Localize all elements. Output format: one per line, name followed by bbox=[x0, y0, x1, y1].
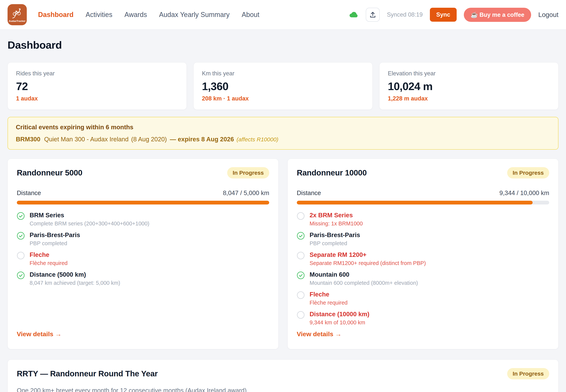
upload-button[interactable] bbox=[366, 8, 380, 22]
progress-track bbox=[297, 201, 549, 205]
bicycle-road-icon bbox=[11, 7, 24, 19]
status-badge: In Progress bbox=[507, 368, 549, 379]
item-subtitle: PBP completed bbox=[29, 240, 80, 247]
critical-events-banner: Critical events expiring within 6 months… bbox=[8, 117, 558, 150]
app-logo[interactable]: AudaxTracker bbox=[8, 4, 27, 25]
check-circle-icon bbox=[17, 271, 25, 279]
item-title: 2x BRM Series bbox=[310, 212, 353, 219]
header-actions: Synced 08:19 Sync ☕ Buy me a coffee Logo… bbox=[349, 8, 558, 22]
item-subtitle: Missing: 1x BRM1000 bbox=[310, 221, 363, 227]
nav-about[interactable]: About bbox=[242, 11, 259, 19]
list-item: Distance (10000 km)9,344 km of 10,000 km bbox=[297, 311, 549, 326]
item-subtitle: Complete BRM series (200+300+400+600+100… bbox=[29, 221, 149, 227]
empty-circle-icon bbox=[297, 212, 305, 220]
stat-label: Rides this year bbox=[16, 70, 178, 77]
rrty-card: RRTY — Randonneur Round The Year In Prog… bbox=[8, 360, 558, 392]
rrty-header: RRTY — Randonneur Round The Year In Prog… bbox=[17, 368, 549, 379]
list-item: Separate RM 1200+Separate RM1200+ requir… bbox=[297, 251, 549, 266]
award-card-randonneur-5000: Randonneur 5000 In Progress Distance 8,0… bbox=[8, 159, 279, 349]
item-subtitle: 9,344 km of 10,000 km bbox=[310, 320, 369, 326]
item-subtitle: Separate RM1200+ required (distinct from… bbox=[310, 260, 426, 266]
banner-event-line: BRM300Quiet Man 300 - Audax Ireland(8 Au… bbox=[16, 136, 550, 143]
event-expiry: — expires 8 Aug 2026 bbox=[170, 136, 234, 143]
check-circle-icon bbox=[297, 232, 305, 240]
item-title: BRM Series bbox=[29, 212, 64, 219]
progress-track bbox=[17, 201, 269, 205]
item-title: Distance (10000 km) bbox=[310, 311, 369, 318]
view-details-link[interactable]: View details → bbox=[17, 330, 61, 338]
item-subtitle: Mountain 600 completed (8000m+ elevation… bbox=[310, 280, 418, 286]
stat-label: Km this year bbox=[202, 70, 364, 77]
item-title: Paris-Brest-Paris bbox=[310, 231, 360, 238]
stat-card-elevation: Elevation this year 10,024 m 1,228 m aud… bbox=[379, 62, 558, 110]
distance-value: 9,344 / 10,000 km bbox=[499, 189, 549, 196]
list-item: Paris-Brest-ParisPBP completed bbox=[297, 231, 549, 247]
main-content: Dashboard Rides this year 72 1 audax Km … bbox=[0, 39, 566, 392]
requirement-list: BRM SeriesComplete BRM series (200+300+4… bbox=[17, 212, 269, 291]
progress-fill bbox=[297, 201, 533, 205]
award-title: Randonneur 10000 bbox=[297, 168, 367, 177]
banner-title: Critical events expiring within 6 months bbox=[16, 124, 550, 131]
award-card-randonneur-10000: Randonneur 10000 In Progress Distance 9,… bbox=[287, 159, 558, 349]
sync-button[interactable]: Sync bbox=[430, 8, 457, 22]
list-item: FlecheFlèche required bbox=[17, 251, 269, 266]
stat-label: Elevation this year bbox=[388, 70, 550, 77]
nav-dashboard[interactable]: Dashboard bbox=[38, 11, 73, 19]
stats-row: Rides this year 72 1 audax Km this year … bbox=[8, 62, 558, 110]
item-title: Mountain 600 bbox=[310, 271, 349, 278]
buy-me-a-coffee-button[interactable]: ☕ Buy me a coffee bbox=[464, 8, 531, 22]
check-circle-icon bbox=[297, 271, 305, 279]
item-title: Fleche bbox=[310, 291, 329, 298]
check-circle-icon bbox=[17, 212, 25, 220]
event-date: (8 Aug 2020) bbox=[131, 136, 167, 143]
nav-audax-yearly-summary[interactable]: Audax Yearly Summary bbox=[159, 11, 229, 19]
award-header: Randonneur 10000 In Progress bbox=[297, 167, 549, 179]
stat-value: 1,360 bbox=[202, 80, 364, 93]
event-affects: (affects R10000) bbox=[237, 136, 279, 142]
item-title: Fleche bbox=[29, 251, 49, 258]
main-nav: Dashboard Activities Awards Audax Yearly… bbox=[38, 11, 259, 19]
nav-awards[interactable]: Awards bbox=[125, 11, 147, 19]
rrty-description: One 200 km+ brevet every month for 12 co… bbox=[17, 387, 549, 392]
item-subtitle: Flèche required bbox=[310, 300, 348, 306]
award-title: Randonneur 5000 bbox=[17, 168, 82, 177]
stat-card-km: Km this year 1,360 208 km · 1 audax bbox=[193, 62, 373, 110]
distance-label: Distance bbox=[17, 189, 41, 196]
logout-link[interactable]: Logout bbox=[538, 11, 558, 18]
sync-status-text: Synced 08:19 bbox=[387, 11, 423, 18]
requirement-list: 2x BRM SeriesMissing: 1x BRM1000 Paris-B… bbox=[297, 212, 549, 330]
distance-row: Distance 9,344 / 10,000 km bbox=[297, 189, 549, 196]
event-name: Quiet Man 300 - Audax Ireland bbox=[44, 136, 128, 143]
distance-label: Distance bbox=[297, 189, 321, 196]
nav-activities[interactable]: Activities bbox=[85, 11, 112, 19]
list-item: FlecheFlèche required bbox=[297, 291, 549, 306]
top-navbar: AudaxTracker Dashboard Activities Awards… bbox=[0, 0, 566, 30]
upload-icon bbox=[369, 11, 376, 18]
stat-value: 72 bbox=[16, 80, 178, 93]
item-subtitle: 8,047 km achieved (target: 5,000 km) bbox=[29, 280, 120, 286]
list-item: 2x BRM SeriesMissing: 1x BRM1000 bbox=[297, 212, 549, 227]
item-title: Separate RM 1200+ bbox=[310, 251, 367, 258]
rrty-title: RRTY — Randonneur Round The Year bbox=[17, 369, 158, 378]
stat-sub: 1 audax bbox=[16, 95, 178, 102]
item-subtitle: Flèche required bbox=[29, 260, 68, 266]
awards-row: Randonneur 5000 In Progress Distance 8,0… bbox=[8, 159, 558, 349]
stat-value: 10,024 m bbox=[388, 80, 550, 93]
empty-circle-icon bbox=[17, 252, 25, 260]
status-badge: In Progress bbox=[227, 167, 269, 179]
distance-row: Distance 8,047 / 5,000 km bbox=[17, 189, 269, 196]
stat-sub: 208 km · 1 audax bbox=[202, 95, 364, 102]
item-subtitle: PBP completed bbox=[310, 240, 360, 247]
item-title: Distance (5000 km) bbox=[29, 271, 86, 278]
list-item: BRM SeriesComplete BRM series (200+300+4… bbox=[17, 212, 269, 227]
stat-sub: 1,228 m audax bbox=[388, 95, 550, 102]
item-title: Paris-Brest-Paris bbox=[29, 231, 80, 238]
progress-fill bbox=[17, 201, 269, 205]
page-title: Dashboard bbox=[8, 39, 558, 51]
list-item: Mountain 600Mountain 600 completed (8000… bbox=[297, 271, 549, 286]
empty-circle-icon bbox=[297, 291, 305, 299]
view-details-link[interactable]: View details → bbox=[297, 330, 341, 338]
cloud-online-icon bbox=[349, 11, 359, 18]
check-circle-icon bbox=[17, 232, 25, 240]
distance-value: 8,047 / 5,000 km bbox=[223, 189, 269, 196]
